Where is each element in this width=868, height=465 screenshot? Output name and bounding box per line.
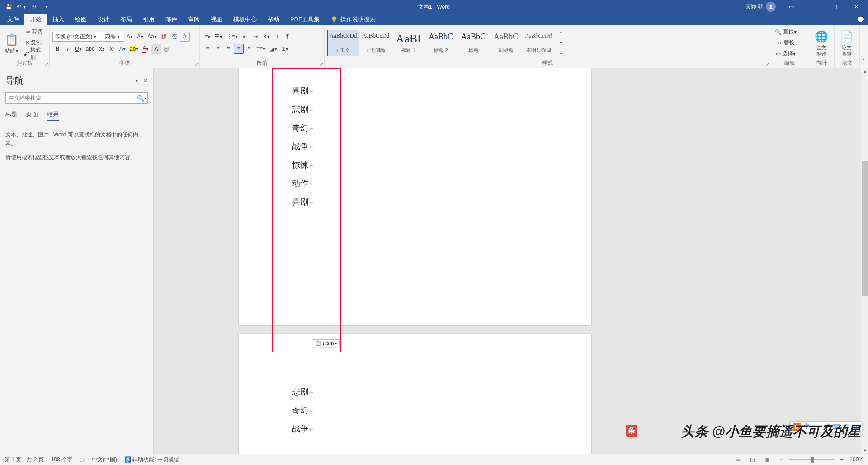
paragraph[interactable]: 喜剧↵ (292, 82, 315, 100)
tab-help[interactable]: 帮助 (262, 14, 285, 25)
zoom-level[interactable]: 100% (849, 456, 863, 463)
bold-button[interactable]: B (52, 44, 62, 54)
bullets-button[interactable]: ≡▾ (203, 32, 212, 42)
user-account[interactable]: 天颖 甄 (745, 2, 776, 12)
collapse-ribbon-icon[interactable]: ˆ (863, 59, 865, 65)
tab-home[interactable]: 开始 (24, 14, 47, 25)
undo-icon[interactable]: ↶ ▾ (16, 2, 26, 12)
style-item[interactable]: AaBbCcDd↓ 无间隔 (360, 30, 392, 56)
format-painter-button[interactable]: 🖌 格式刷 (22, 49, 47, 59)
status-pages[interactable]: 第 1 页，共 2 页 (5, 456, 44, 464)
paragraph[interactable]: 战争↵ (292, 420, 315, 438)
multilevel-button[interactable]: ⋮≡▾ (225, 32, 240, 42)
zoom-slider[interactable] (789, 459, 834, 460)
tab-templates[interactable]: 模板中心 (228, 14, 262, 25)
asian-layout-button[interactable]: ✕▾ (261, 32, 272, 42)
qat-dropdown-icon[interactable]: ▾ (42, 2, 52, 12)
print-layout-icon[interactable]: ▤ (747, 456, 757, 464)
font-name-select[interactable]: 等线 (中文正文)▾ (52, 32, 102, 42)
paragraph[interactable]: 奇幻↵ (292, 119, 315, 137)
tab-layout[interactable]: 布局 (115, 14, 137, 25)
nav-search-input[interactable] (6, 93, 136, 103)
enclose-char-button[interactable]: ㊏ (161, 44, 171, 54)
minimize-button[interactable]: — (803, 0, 823, 13)
distribute-button[interactable]: ≡ (244, 44, 254, 54)
cut-button[interactable]: ✂ 剪切 (22, 27, 47, 37)
align-right-button[interactable]: ≡ (223, 44, 233, 54)
tab-draw[interactable]: 绘图 (70, 14, 92, 25)
save-icon[interactable]: 💾 (4, 2, 14, 12)
styles-scroll-down-icon[interactable]: ▼ (556, 38, 566, 48)
nav-tab-pages[interactable]: 页面 (26, 110, 38, 121)
status-proof-icon[interactable]: ▢ (80, 456, 85, 463)
tab-pdf[interactable]: PDF工具集 (285, 14, 325, 25)
dialog-launcher-icon[interactable]: ⤢ (45, 62, 48, 67)
style-item[interactable]: AaBbC副标题 (490, 30, 522, 56)
paragraph[interactable]: 战争↵ (292, 137, 315, 156)
tab-mailings[interactable]: 邮件 (160, 14, 183, 25)
align-center-button[interactable]: ≡ (213, 44, 223, 54)
focus-view-icon[interactable]: ▭ (733, 456, 743, 464)
grow-font-button[interactable]: A▴ (125, 32, 135, 42)
text-effects-button[interactable]: A▾ (118, 44, 127, 54)
style-item[interactable]: AaBl标题 1 (392, 30, 424, 56)
find-button[interactable]: 🔍 查找 ▾ (773, 27, 798, 37)
decrease-indent-button[interactable]: ⇤ (240, 32, 250, 42)
tab-view[interactable]: 视图 (205, 14, 228, 25)
redo-icon[interactable]: ↻ (29, 2, 39, 12)
clear-format-button[interactable]: 变 (170, 32, 179, 42)
paragraph[interactable]: 奇幻↵ (292, 401, 315, 420)
styles-more-icon[interactable]: ▾ (556, 49, 566, 59)
numbering-button[interactable]: ☰▾ (213, 32, 224, 42)
sort-button[interactable]: ↕ (272, 32, 282, 42)
paragraph[interactable]: 动作↵ (292, 174, 315, 193)
show-marks-button[interactable]: ¶ (283, 32, 292, 42)
line-spacing-button[interactable]: ‡≡▾ (255, 44, 267, 54)
document-area[interactable]: 喜剧↵悲剧↵奇幻↵战争↵惊悚↵动作↵喜剧↵ 悲剧↵奇幻↵战争↵ 📋 (Ctrl)… (154, 68, 868, 454)
paragraph[interactable]: 喜剧↵ (292, 193, 315, 211)
change-case-button[interactable]: Aa▾ (146, 32, 159, 42)
search-icon[interactable]: 🔍▾ (136, 93, 147, 103)
nav-options-icon[interactable]: ▾ (135, 77, 138, 84)
ribbon-display-icon[interactable]: ▭ (781, 0, 801, 13)
scroll-up-icon[interactable]: ▲ (863, 69, 867, 74)
status-lang[interactable]: 中文(中国) (92, 456, 117, 464)
char-border-button[interactable]: A (180, 32, 190, 42)
subscript-button[interactable]: x₂ (97, 44, 107, 54)
tell-me[interactable]: 💡 操作说明搜索 (330, 15, 376, 23)
underline-button[interactable]: U▾ (73, 44, 84, 54)
borders-button[interactable]: ⊞▾ (279, 44, 290, 54)
dialog-launcher-icon[interactable]: ⤢ (320, 62, 323, 67)
highlight-button[interactable]: ab▾ (128, 44, 140, 54)
styles-scroll-up-icon[interactable]: ▲ (556, 27, 566, 37)
select-button[interactable]: ▭ 选择 ▾ (773, 49, 798, 59)
style-item[interactable]: AaBbCcDd↓ 正文 (327, 30, 359, 56)
font-color-button[interactable]: A▾ (141, 44, 151, 54)
style-item[interactable]: AaBbC标题 (458, 30, 489, 56)
replace-button[interactable]: ↔ 替换 (773, 38, 798, 48)
tab-references[interactable]: 引用 (137, 14, 160, 25)
style-item[interactable]: AaBbCcDd不明显强调 (523, 30, 554, 56)
paste-options-button[interactable]: 📋 (Ctrl) ▾ (313, 339, 340, 347)
zoom-in-button[interactable]: + (837, 456, 847, 464)
strike-button[interactable]: abc (84, 44, 96, 54)
paper-check-button[interactable]: 📄 论文查重 (837, 26, 856, 59)
scroll-down-icon[interactable]: ▼ (863, 448, 867, 453)
shading-button[interactable]: ◪▾ (268, 44, 279, 54)
dialog-launcher-icon[interactable]: ⤢ (195, 62, 198, 67)
share-icon[interactable]: 💬 (857, 16, 864, 23)
vertical-scrollbar[interactable]: ▲ ▼ (861, 68, 868, 454)
paste-button[interactable]: 📋 粘贴▾ (3, 26, 21, 59)
dialog-launcher-icon[interactable]: ⤢ (765, 62, 769, 67)
superscript-button[interactable]: x² (107, 44, 117, 54)
tab-design[interactable]: 设计 (92, 14, 115, 25)
nav-tab-results[interactable]: 结果 (47, 110, 59, 121)
phonetic-button[interactable]: 拼 (159, 32, 169, 42)
paragraph[interactable]: 悲剧↵ (292, 100, 315, 119)
paragraph[interactable]: 惊悚↵ (292, 156, 315, 174)
zoom-out-button[interactable]: − (776, 456, 786, 464)
justify-button[interactable]: ≡ (234, 44, 244, 54)
font-size-select[interactable]: 四号▾ (103, 32, 124, 42)
paragraph[interactable]: 悲剧↵ (292, 383, 315, 401)
maximize-button[interactable]: ▢ (825, 0, 844, 13)
